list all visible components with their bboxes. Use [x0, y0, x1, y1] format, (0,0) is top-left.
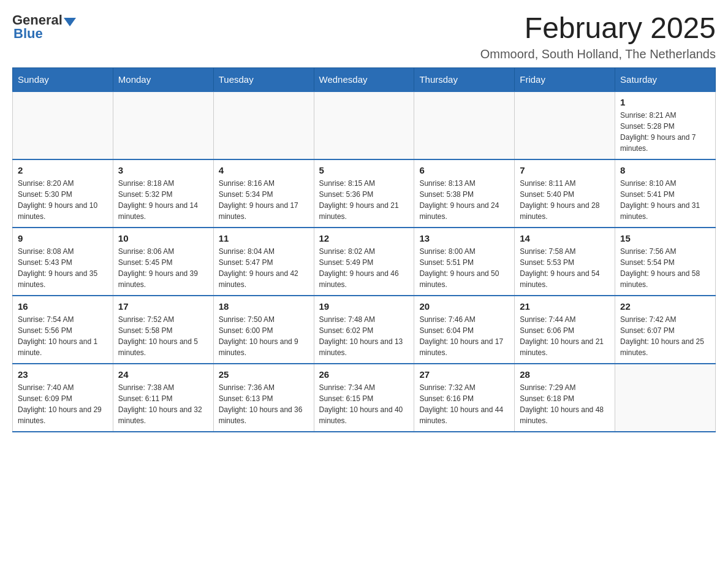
- day-info: Sunrise: 7:34 AM Sunset: 6:15 PM Dayligh…: [319, 382, 409, 426]
- day-info: Sunrise: 7:29 AM Sunset: 6:18 PM Dayligh…: [520, 382, 610, 426]
- day-number: 6: [419, 165, 509, 175]
- day-number: 21: [520, 301, 610, 312]
- calendar-cell: 16Sunrise: 7:54 AM Sunset: 5:56 PM Dayli…: [13, 296, 113, 364]
- calendar-cell: 11Sunrise: 8:04 AM Sunset: 5:47 PM Dayli…: [213, 228, 314, 296]
- calendar-header-row: Sunday Monday Tuesday Wednesday Thursday…: [13, 67, 716, 91]
- day-info: Sunrise: 7:38 AM Sunset: 6:11 PM Dayligh…: [118, 382, 208, 426]
- calendar-cell: 4Sunrise: 8:16 AM Sunset: 5:34 PM Daylig…: [213, 159, 314, 228]
- day-number: 8: [620, 165, 710, 175]
- day-info: Sunrise: 8:11 AM Sunset: 5:40 PM Dayligh…: [520, 178, 610, 222]
- day-number: 7: [520, 165, 610, 175]
- calendar-cell: 17Sunrise: 7:52 AM Sunset: 5:58 PM Dayli…: [113, 296, 213, 364]
- day-number: 23: [18, 369, 108, 380]
- day-number: 10: [118, 233, 208, 243]
- calendar-cell: 27Sunrise: 7:32 AM Sunset: 6:16 PM Dayli…: [414, 364, 515, 432]
- col-sunday: Sunday: [13, 67, 113, 91]
- calendar-week-2: 9Sunrise: 8:08 AM Sunset: 5:43 PM Daylig…: [13, 228, 716, 296]
- day-number: 17: [118, 301, 208, 312]
- day-number: 9: [18, 233, 108, 243]
- day-info: Sunrise: 8:20 AM Sunset: 5:30 PM Dayligh…: [18, 178, 108, 222]
- calendar-week-4: 23Sunrise: 7:40 AM Sunset: 6:09 PM Dayli…: [13, 364, 716, 432]
- calendar-cell: 25Sunrise: 7:36 AM Sunset: 6:13 PM Dayli…: [213, 364, 314, 432]
- logo-blue: Blue: [13, 26, 43, 42]
- day-number: 20: [419, 301, 509, 312]
- day-info: Sunrise: 7:54 AM Sunset: 5:56 PM Dayligh…: [18, 314, 108, 358]
- day-info: Sunrise: 7:36 AM Sunset: 6:13 PM Dayligh…: [219, 382, 309, 426]
- day-info: Sunrise: 7:48 AM Sunset: 6:02 PM Dayligh…: [319, 314, 409, 358]
- calendar-cell: 19Sunrise: 7:48 AM Sunset: 6:02 PM Dayli…: [314, 296, 414, 364]
- calendar-cell: 15Sunrise: 7:56 AM Sunset: 5:54 PM Dayli…: [615, 228, 716, 296]
- calendar-cell: [113, 91, 213, 159]
- day-info: Sunrise: 7:46 AM Sunset: 6:04 PM Dayligh…: [419, 314, 509, 358]
- day-info: Sunrise: 7:44 AM Sunset: 6:06 PM Dayligh…: [520, 314, 610, 358]
- day-number: 5: [319, 165, 409, 175]
- calendar-cell: 6Sunrise: 8:13 AM Sunset: 5:38 PM Daylig…: [414, 159, 515, 228]
- calendar-cell: 24Sunrise: 7:38 AM Sunset: 6:11 PM Dayli…: [113, 364, 213, 432]
- calendar-cell: 8Sunrise: 8:10 AM Sunset: 5:41 PM Daylig…: [615, 159, 716, 228]
- month-title: February 2025: [480, 12, 716, 45]
- calendar-table: Sunday Monday Tuesday Wednesday Thursday…: [12, 67, 716, 432]
- day-info: Sunrise: 7:50 AM Sunset: 6:00 PM Dayligh…: [219, 314, 309, 358]
- day-info: Sunrise: 8:16 AM Sunset: 5:34 PM Dayligh…: [219, 178, 309, 222]
- day-number: 25: [219, 369, 309, 380]
- calendar-cell: 20Sunrise: 7:46 AM Sunset: 6:04 PM Dayli…: [414, 296, 515, 364]
- calendar-cell: 23Sunrise: 7:40 AM Sunset: 6:09 PM Dayli…: [13, 364, 113, 432]
- day-number: 26: [319, 369, 409, 380]
- day-number: 18: [219, 301, 309, 312]
- day-number: 2: [18, 165, 108, 175]
- calendar-cell: [515, 91, 615, 159]
- day-number: 3: [118, 165, 208, 175]
- logo-arrow-icon: [64, 18, 76, 26]
- calendar-cell: 10Sunrise: 8:06 AM Sunset: 5:45 PM Dayli…: [113, 228, 213, 296]
- calendar-cell: [13, 91, 113, 159]
- calendar-cell: 9Sunrise: 8:08 AM Sunset: 5:43 PM Daylig…: [13, 228, 113, 296]
- day-info: Sunrise: 7:32 AM Sunset: 6:16 PM Dayligh…: [419, 382, 509, 426]
- calendar-week-1: 2Sunrise: 8:20 AM Sunset: 5:30 PM Daylig…: [13, 159, 716, 228]
- day-info: Sunrise: 8:13 AM Sunset: 5:38 PM Dayligh…: [419, 178, 509, 222]
- col-monday: Monday: [113, 67, 213, 91]
- calendar-cell: 12Sunrise: 8:02 AM Sunset: 5:49 PM Dayli…: [314, 228, 414, 296]
- title-section: February 2025 Ommoord, South Holland, Th…: [480, 12, 716, 61]
- col-saturday: Saturday: [615, 67, 716, 91]
- calendar-cell: 18Sunrise: 7:50 AM Sunset: 6:00 PM Dayli…: [213, 296, 314, 364]
- calendar-cell: 3Sunrise: 8:18 AM Sunset: 5:32 PM Daylig…: [113, 159, 213, 228]
- day-info: Sunrise: 7:42 AM Sunset: 6:07 PM Dayligh…: [620, 314, 710, 358]
- day-number: 24: [118, 369, 208, 380]
- day-number: 16: [18, 301, 108, 312]
- day-number: 1: [620, 97, 710, 107]
- col-friday: Friday: [515, 67, 615, 91]
- calendar-cell: 14Sunrise: 7:58 AM Sunset: 5:53 PM Dayli…: [515, 228, 615, 296]
- calendar-cell: [314, 91, 414, 159]
- day-number: 28: [520, 369, 610, 380]
- day-info: Sunrise: 7:40 AM Sunset: 6:09 PM Dayligh…: [18, 382, 108, 426]
- day-info: Sunrise: 8:15 AM Sunset: 5:36 PM Dayligh…: [319, 178, 409, 222]
- calendar-cell: 2Sunrise: 8:20 AM Sunset: 5:30 PM Daylig…: [13, 159, 113, 228]
- day-number: 15: [620, 233, 710, 243]
- day-info: Sunrise: 8:04 AM Sunset: 5:47 PM Dayligh…: [219, 246, 309, 290]
- day-number: 11: [219, 233, 309, 243]
- day-number: 4: [219, 165, 309, 175]
- day-info: Sunrise: 8:18 AM Sunset: 5:32 PM Dayligh…: [118, 178, 208, 222]
- calendar-week-3: 16Sunrise: 7:54 AM Sunset: 5:56 PM Dayli…: [13, 296, 716, 364]
- calendar-cell: 13Sunrise: 8:00 AM Sunset: 5:51 PM Dayli…: [414, 228, 515, 296]
- day-info: Sunrise: 7:52 AM Sunset: 5:58 PM Dayligh…: [118, 314, 208, 358]
- day-info: Sunrise: 8:06 AM Sunset: 5:45 PM Dayligh…: [118, 246, 208, 290]
- day-number: 12: [319, 233, 409, 243]
- page-header: General Blue February 2025 Ommoord, Sout…: [12, 12, 716, 61]
- day-number: 27: [419, 369, 509, 380]
- calendar-cell: [213, 91, 314, 159]
- calendar-cell: 1Sunrise: 8:21 AM Sunset: 5:28 PM Daylig…: [615, 91, 716, 159]
- calendar-cell: 21Sunrise: 7:44 AM Sunset: 6:06 PM Dayli…: [515, 296, 615, 364]
- day-info: Sunrise: 7:56 AM Sunset: 5:54 PM Dayligh…: [620, 246, 710, 290]
- day-info: Sunrise: 8:21 AM Sunset: 5:28 PM Dayligh…: [620, 110, 710, 154]
- day-info: Sunrise: 8:02 AM Sunset: 5:49 PM Dayligh…: [319, 246, 409, 290]
- calendar-cell: 5Sunrise: 8:15 AM Sunset: 5:36 PM Daylig…: [314, 159, 414, 228]
- calendar-week-0: 1Sunrise: 8:21 AM Sunset: 5:28 PM Daylig…: [13, 91, 716, 159]
- day-number: 19: [319, 301, 409, 312]
- calendar-cell: 7Sunrise: 8:11 AM Sunset: 5:40 PM Daylig…: [515, 159, 615, 228]
- logo: General Blue: [12, 12, 76, 42]
- calendar-cell: [414, 91, 515, 159]
- day-info: Sunrise: 8:08 AM Sunset: 5:43 PM Dayligh…: [18, 246, 108, 290]
- day-number: 13: [419, 233, 509, 243]
- day-info: Sunrise: 8:00 AM Sunset: 5:51 PM Dayligh…: [419, 246, 509, 290]
